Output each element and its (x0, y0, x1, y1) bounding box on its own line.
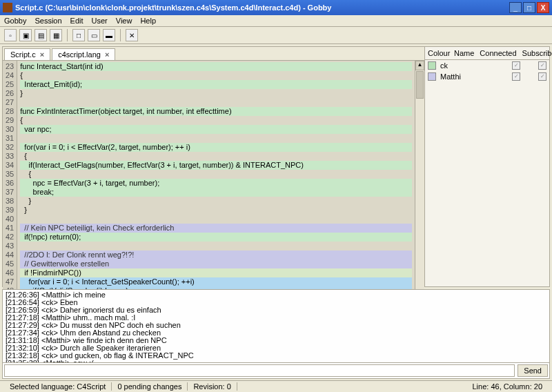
status-revision: Revision: 0 (188, 382, 237, 391)
chat-message: [21:26:36] <Matthi> ich meine (6, 291, 546, 299)
user-list: ck✓✓Matthi✓✓ (425, 60, 549, 82)
chat-pane: [21:26:36] <Matthi> ich meine[21:26:54] … (2, 289, 550, 379)
status-bar: Selected language: C4Script 0 pending ch… (0, 380, 552, 392)
menu-edit[interactable]: Edit (70, 17, 83, 25)
user-name: Matthi (440, 72, 508, 81)
status-language: Selected language: C4Script (4, 382, 112, 391)
chat-input[interactable] (4, 364, 515, 377)
maximize-button[interactable]: □ (523, 2, 535, 13)
col-colour: Colour (428, 49, 448, 57)
vertical-scrollbar[interactable]: ▲ ▼ (415, 61, 424, 315)
editor-pane: Script.c × c4script.lang × 2324252627282… (3, 47, 425, 286)
status-position: Line: 46, Column: 20 (466, 382, 548, 391)
user-row[interactable]: Matthi✓✓ (425, 71, 549, 82)
scroll-up-icon[interactable]: ▲ (415, 61, 424, 70)
toolbar-save-icon[interactable]: ▤ (34, 29, 47, 41)
user-row[interactable]: ck✓✓ (425, 60, 549, 71)
sidebar-header: Colour Name Connected Subscribed (425, 47, 549, 60)
code-editor[interactable]: 2324252627282930313233343536373839404142… (3, 61, 415, 315)
app-icon (3, 3, 12, 12)
col-connected: Connected (480, 49, 516, 57)
toolbar: ▫ ▣ ▤ ▦ □ ▭ ▬ ✕ (0, 27, 552, 44)
menu-view[interactable]: View (116, 17, 132, 25)
tab-script[interactable]: Script.c × (4, 48, 50, 60)
tab-label: c4script.lang (58, 50, 101, 59)
subscribed-checkbox[interactable]: ✓ (538, 72, 546, 81)
line-numbers: 2324252627282930313233343536373839404142… (3, 61, 17, 315)
minimize-button[interactable]: _ (509, 2, 522, 13)
window-title: Script.c (C:\usr\bin\clonk\clonk.projekt… (15, 3, 509, 12)
tab-close-icon[interactable]: × (40, 50, 44, 59)
status-pending: 0 pending changes (112, 382, 188, 391)
tab-close-icon[interactable]: × (105, 50, 109, 59)
menu-gobby[interactable]: Gobby (4, 17, 26, 25)
toolbar-doc-open-icon[interactable]: ▭ (88, 29, 100, 41)
menu-bar: Gobby Session Edit User View Help (0, 15, 552, 27)
user-color-swatch (428, 61, 436, 70)
menu-user[interactable]: User (92, 17, 108, 25)
chat-log[interactable]: [21:26:36] <Matthi> ich meine[21:26:54] … (3, 290, 549, 362)
tab-bar: Script.c × c4script.lang × (3, 47, 424, 61)
user-name: ck (440, 61, 508, 70)
col-subscribed: Subscribed (522, 49, 552, 57)
scroll-thumb[interactable] (416, 71, 424, 99)
user-sidebar: Colour Name Connected Subscribed ck✓✓Mat… (425, 47, 549, 286)
connected-checkbox[interactable]: ✓ (512, 72, 520, 81)
tab-c4script[interactable]: c4script.lang × (52, 48, 115, 60)
menu-help[interactable]: Help (140, 17, 156, 25)
toolbar-new-icon[interactable]: ▫ (4, 29, 17, 41)
close-button[interactable]: X (537, 2, 549, 13)
send-button[interactable]: Send (518, 364, 548, 377)
col-name: Name (454, 49, 474, 57)
tab-label: Script.c (10, 50, 36, 59)
toolbar-close-icon[interactable]: ✕ (126, 29, 138, 41)
subscribed-checkbox[interactable]: ✓ (538, 61, 546, 70)
title-bar: Script.c (C:\usr\bin\clonk\clonk.projekt… (0, 0, 552, 15)
toolbar-doc-new-icon[interactable]: □ (72, 29, 85, 41)
user-color-swatch (428, 72, 436, 81)
toolbar-saveall-icon[interactable]: ▦ (50, 29, 62, 41)
connected-checkbox[interactable]: ✓ (512, 61, 520, 70)
toolbar-open-icon[interactable]: ▣ (19, 29, 32, 41)
toolbar-doc-save-icon[interactable]: ▬ (103, 29, 115, 41)
menu-session[interactable]: Session (34, 17, 61, 25)
code-body[interactable]: func Interact_Start(int id){ Interact_Em… (17, 61, 415, 315)
